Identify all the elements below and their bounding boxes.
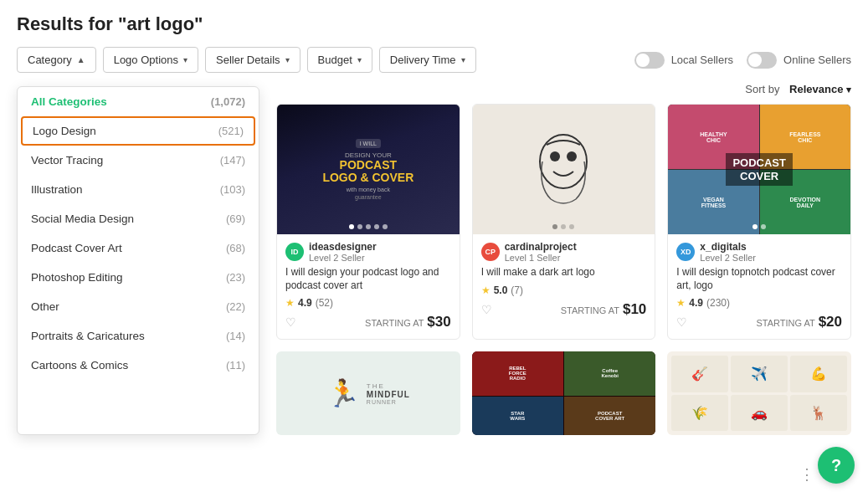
- gig-card-3[interactable]: HEALTHYCHIC FEARLESSCHIC VEGANFITNESS DE…: [667, 104, 851, 340]
- page-title: Results for "art logo": [17, 13, 851, 35]
- page-container: Results for "art logo" Category ▲ Logo O…: [0, 0, 868, 497]
- seller-name-3: x_digitals: [700, 241, 756, 253]
- seller-details-arrow-icon: ▾: [285, 55, 290, 64]
- dropdown-item-other[interactable]: Other (22): [18, 292, 259, 321]
- image-dots-2: [552, 224, 574, 229]
- gig-title-1: I will design your podcast logo and podc…: [285, 266, 451, 292]
- seller-name-2: cardinalproject: [505, 241, 577, 253]
- dropdown-item-logo-design[interactable]: Logo Design (521): [21, 116, 255, 146]
- vector-tracing-label: Vector Tracing: [31, 154, 103, 167]
- other-label: Other: [31, 300, 59, 313]
- budget-filter-button[interactable]: Budget ▾: [307, 47, 372, 73]
- toggle-group-container: Local Sellers Online Sellers: [634, 52, 851, 69]
- dropdown-item-social-media-design[interactable]: Social Media Design (69): [18, 204, 259, 233]
- logo-options-filter-button[interactable]: Logo Options ▾: [103, 47, 198, 73]
- rating-count-3: (230): [706, 297, 730, 309]
- gig-rating-3: ★ 4.9 (230): [676, 297, 842, 309]
- rating-value-2: 5.0: [494, 284, 508, 296]
- category-dropdown-panel: All Categories (1,072) Logo Design (521)…: [17, 86, 259, 435]
- gig-image-1: I WILL DESIGN YOUR PODCASTLOGO & COVER w…: [277, 105, 460, 234]
- logo-design-count: (521): [218, 125, 244, 137]
- online-sellers-toggle[interactable]: [747, 52, 777, 69]
- bottom-gig-grid: 🏃 THE MINDFUL RUNNER REBELFORCERADIO Cof…: [276, 351, 851, 435]
- price-row-2: ♡ STARTING AT $10: [481, 301, 647, 318]
- online-sellers-toggle-group: Online Sellers: [747, 52, 851, 69]
- bottom-card-mindful[interactable]: 🏃 THE MINDFUL RUNNER: [276, 351, 460, 435]
- price-3: $20: [819, 314, 842, 330]
- dropdown-item-illustration[interactable]: Illustration (103): [18, 175, 259, 204]
- sort-value[interactable]: Relevance ▾: [789, 83, 851, 95]
- svg-point-2: [567, 151, 577, 161]
- mindful-title: MINDFUL: [367, 390, 410, 399]
- category-filter-button[interactable]: Category ▲: [17, 47, 96, 73]
- photoshop-editing-label: Photoshop Editing: [31, 271, 123, 284]
- gig-title-3: I will design topnotch podcast cover art…: [676, 266, 842, 292]
- online-sellers-toggle-knob: [748, 54, 762, 67]
- svg-point-1: [550, 151, 560, 161]
- price-2: $10: [623, 301, 646, 317]
- seller-avatar-1: ID: [285, 243, 304, 261]
- help-dots[interactable]: ⋮: [799, 465, 814, 484]
- seller-level-1: Level 2 Seller: [309, 253, 377, 263]
- podcast-cover-art-label: Podcast Cover Art: [31, 242, 122, 254]
- local-sellers-toggle-group: Local Sellers: [634, 52, 733, 69]
- image-dots-3: [752, 224, 766, 229]
- price-row-3: ♡ STARTING AT $20: [676, 314, 842, 330]
- gig-image-2: [473, 105, 655, 234]
- podcast-cover-art-count: (68): [226, 242, 245, 254]
- gig-info-2: CP cardinalproject Level 1 Seller I will…: [473, 234, 655, 326]
- dropdown-item-podcast-cover-art[interactable]: Podcast Cover Art (68): [18, 233, 259, 263]
- gig-card-1[interactable]: I WILL DESIGN YOUR PODCASTLOGO & COVER w…: [276, 104, 460, 340]
- favorite-icon-2[interactable]: ♡: [481, 303, 492, 316]
- mindful-figure-icon: 🏃: [326, 377, 360, 409]
- help-button[interactable]: ?: [818, 447, 855, 484]
- cartoons-label: Cartoons & Comics: [31, 359, 128, 371]
- starting-at-label-3: STARTING AT: [756, 318, 814, 328]
- gig-rating-1: ★ 4.9 (52): [285, 297, 451, 309]
- dropdown-item-portraits[interactable]: Portraits & Caricatures (14): [18, 321, 259, 351]
- vector-tracing-count: (147): [220, 154, 245, 167]
- bottom-card-vintage[interactable]: 🎸 ✈️ 💪 🌾 🚗 🦌: [667, 351, 851, 435]
- results-header: Sort by Relevance ▾: [276, 83, 851, 95]
- delivery-time-filter-button[interactable]: Delivery Time ▾: [379, 47, 476, 73]
- favorite-icon-3[interactable]: ♡: [676, 315, 687, 329]
- seller-level-3: Level 2 Seller: [700, 253, 756, 263]
- dropdown-item-cartoons[interactable]: Cartoons & Comics (11): [18, 351, 259, 380]
- cartoons-count: (11): [226, 359, 245, 371]
- portraits-label: Portraits & Caricatures: [31, 330, 145, 342]
- header: Results for "art logo": [0, 0, 868, 35]
- budget-label: Budget: [318, 54, 352, 66]
- sort-by-control[interactable]: Sort by Relevance ▾: [745, 83, 851, 95]
- rating-value-3: 4.9: [689, 297, 703, 309]
- gig-card-2[interactable]: CP cardinalproject Level 1 Seller I will…: [472, 104, 656, 340]
- illustration-label: Illustration: [31, 183, 83, 196]
- other-count: (22): [226, 300, 245, 313]
- price-row-1: ♡ STARTING AT $30: [285, 314, 451, 330]
- dropdown-item-photoshop-editing[interactable]: Photoshop Editing (23): [18, 263, 259, 292]
- seller-level-2: Level 1 Seller: [505, 253, 577, 263]
- star-icon-3: ★: [676, 297, 686, 309]
- gig-rating-2: ★ 5.0 (7): [481, 284, 647, 296]
- starting-at-label-1: STARTING AT: [365, 318, 424, 328]
- social-media-design-count: (69): [226, 213, 245, 225]
- dropdown-item-vector-tracing[interactable]: Vector Tracing (147): [18, 146, 259, 175]
- svg-point-0: [540, 135, 587, 188]
- gig-image-content-2: [473, 105, 655, 234]
- favorite-icon-1[interactable]: ♡: [285, 315, 296, 329]
- star-icon-1: ★: [285, 297, 295, 309]
- results-area: Sort by Relevance ▾ I WILL DESIGN YOUR: [259, 83, 868, 435]
- dropdown-all-categories[interactable]: All Categories (1,072): [18, 87, 259, 116]
- seller-name-1: ideasdesigner: [309, 241, 377, 253]
- rating-value-1: 4.9: [298, 297, 312, 309]
- seller-row-2: CP cardinalproject Level 1 Seller: [481, 241, 647, 263]
- bottom-card-radio[interactable]: REBELFORCERADIO CoffeeKenobi STARWARS PO…: [472, 351, 656, 435]
- dark-art-svg: [530, 128, 597, 212]
- category-arrow-icon: ▲: [77, 55, 85, 64]
- local-sellers-toggle[interactable]: [634, 52, 665, 69]
- budget-arrow-icon: ▾: [357, 55, 362, 64]
- portraits-count: (14): [226, 330, 245, 342]
- seller-details-label: Seller Details: [216, 54, 280, 66]
- seller-details-filter-button[interactable]: Seller Details ▾: [205, 47, 300, 73]
- seller-row-1: ID ideasdesigner Level 2 Seller: [285, 241, 451, 263]
- logo-options-label: Logo Options: [114, 54, 178, 66]
